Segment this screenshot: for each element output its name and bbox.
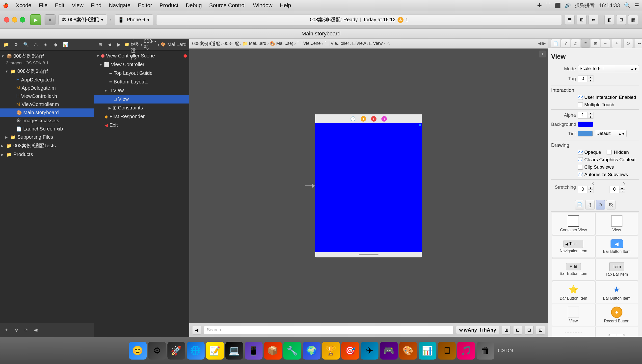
outline-grid-btn[interactable]: ⊞	[96, 41, 104, 48]
clears-graphics-checkbox[interactable]: ✓	[578, 157, 583, 162]
editor-assistant-btn[interactable]: ⊞	[576, 15, 586, 25]
notification-icon[interactable]: ☰	[634, 2, 639, 8]
menu-source-control[interactable]: Source Control	[208, 2, 247, 9]
resizing-btn[interactable]: ↔	[635, 39, 642, 48]
supporting-files-item[interactable]: ▶ 📁 Supporting Files	[0, 133, 94, 141]
exit-outline-item[interactable]: ◀ Exit	[94, 121, 189, 130]
recent-icon-btn[interactable]: ◉	[32, 326, 40, 334]
app6-dock-item[interactable]: 📱	[245, 342, 262, 360]
flexible-space-item[interactable]: Flexible Space	[552, 326, 595, 337]
stretch-x-stepper[interactable]: 0 ▲ ▼	[578, 186, 608, 193]
canvas-back-btn[interactable]: ◀	[192, 326, 201, 334]
crumb-path1[interactable]: 008案例6适配	[192, 40, 220, 46]
canvas-search-field[interactable]: Search	[204, 326, 454, 334]
top-layout-outline-item[interactable]: ━ Top Layout Guide	[94, 69, 189, 78]
crumb-path-warn[interactable]: ⚠	[386, 41, 390, 46]
editor-version-btn[interactable]: ⬅	[588, 15, 598, 25]
app14-dock-item[interactable]: 🎨	[399, 342, 417, 360]
crumb2[interactable]: 008···配	[144, 39, 156, 51]
app11-dock-item[interactable]: 🎯	[341, 342, 359, 360]
debug-area-toggle-btn[interactable]: ⊡	[616, 15, 626, 25]
view-selected-outline-item[interactable]: □ View	[94, 95, 189, 104]
stretch-y-stepper[interactable]: 0 ▲ ▼	[610, 186, 639, 193]
attributes-inspector-tab[interactable]: ≡	[581, 39, 590, 48]
record-btn-item[interactable]: ● Record Button	[596, 304, 638, 326]
object-lib-btn[interactable]: ⊙	[596, 200, 605, 210]
tag-value[interactable]: 0	[578, 75, 588, 82]
alpha-increment-btn[interactable]: ▲	[588, 112, 593, 115]
test-icon-btn[interactable]: ◈	[42, 41, 50, 48]
tab-bar-item-item[interactable]: Item Tab Bar Item	[596, 258, 638, 280]
app-group-item[interactable]: ▼ 📁 008案例6适配	[0, 66, 94, 76]
quick-help-tab[interactable]: ?	[561, 39, 570, 48]
symbol-icon-btn[interactable]: 🔍	[22, 41, 30, 48]
constraints-outline-item[interactable]: ▶ ⊞ Constraints	[94, 104, 189, 112]
outline-fwd-btn[interactable]: ▶	[115, 41, 122, 48]
sy-decrement-btn[interactable]: ▼	[620, 190, 625, 193]
maximize-button[interactable]	[20, 17, 25, 22]
view-controller-outline-item[interactable]: ▼ ⬜ View Controller	[94, 60, 189, 69]
canvas-zoom-btn[interactable]: ⊡	[524, 326, 534, 334]
hidden-checkbox[interactable]	[606, 150, 612, 155]
crumb-path7[interactable]: □ View	[353, 41, 366, 46]
search-icon[interactable]: 🔍	[624, 2, 630, 9]
scene-close-btn[interactable]	[184, 54, 187, 58]
device-selector[interactable]: 📱 iPhone 6 ▼	[115, 14, 153, 25]
crumb4[interactable]: Mai...ard	[167, 42, 186, 47]
minimize-button[interactable]	[12, 17, 17, 22]
menu-file[interactable]: File	[37, 2, 49, 9]
app10-dock-item[interactable]: 🏆	[322, 342, 340, 360]
csdn-label[interactable]: CSDN	[498, 348, 513, 354]
viewcontroller-h-item[interactable]: H ViewController.h	[0, 92, 94, 100]
stretch-x-value[interactable]: 0	[578, 186, 588, 193]
code-snippet-lib-btn[interactable]: {}	[585, 200, 595, 210]
tag-decrement-btn[interactable]: ▼	[588, 79, 593, 82]
app17-dock-item[interactable]: 🎵	[457, 342, 475, 360]
media-lib-btn[interactable]: 🖼	[606, 200, 616, 210]
multiple-touch-checkbox[interactable]	[578, 102, 583, 107]
report-icon-btn[interactable]: 📊	[62, 41, 69, 48]
breakpoint-icon-btn[interactable]: ◆	[52, 41, 60, 48]
crumb-path4[interactable]: 🎨 Mai...se)	[270, 41, 293, 46]
crumb-path3[interactable]: 📁 Mai...ard	[242, 41, 266, 46]
app9-dock-item[interactable]: 🌍	[303, 342, 320, 360]
app8-dock-item[interactable]: 🔧	[283, 342, 301, 360]
menu-editor[interactable]: Editor	[136, 2, 154, 9]
products-group-item[interactable]: ▶ 📁 Products	[0, 150, 94, 158]
user-interaction-checkbox[interactable]: ✓	[578, 95, 583, 100]
edit-bar-btn-item[interactable]: Edit Bar Button Item	[552, 258, 595, 280]
notes-dock-item[interactable]: 📝	[206, 342, 224, 360]
canvas-grid-btn[interactable]: ⊞	[502, 326, 511, 334]
plus-icon[interactable]: ✚	[537, 2, 542, 9]
menu-xcode[interactable]: Xcode	[14, 2, 33, 9]
menu-find[interactable]: Find	[90, 2, 103, 9]
stop-button[interactable]: ■	[44, 14, 56, 25]
folder-icon-btn[interactable]: 📁	[2, 41, 10, 48]
app16-dock-item[interactable]: 🖥	[438, 342, 456, 360]
tint-select[interactable]: Default ▲▼	[595, 130, 627, 137]
scheme-selector[interactable]: 🛠 008案例6适配 ▼	[58, 14, 107, 25]
menu-edit[interactable]: Edit	[54, 2, 66, 9]
stretch-y-value[interactable]: 0	[610, 186, 620, 193]
inspector-toggle-btn[interactable]: ▨	[628, 15, 638, 25]
menu-product[interactable]: Product	[158, 2, 180, 9]
crumb3[interactable]: 🎨	[161, 42, 166, 47]
main-storyboard-item[interactable]: 🎨 Main.storyboard	[0, 108, 94, 117]
editor-standard-btn[interactable]: ☰	[565, 15, 575, 25]
tint-color-swatch[interactable]	[578, 131, 593, 136]
menu-navigate[interactable]: Navigate	[108, 2, 132, 9]
history-icon-btn[interactable]: ⟳	[22, 326, 30, 334]
launchscreen-xib-item[interactable]: 📄 LaunchScreen.xib	[0, 125, 94, 133]
airplay-icon[interactable]: ⬛	[554, 2, 561, 8]
add-file-button[interactable]: +	[2, 326, 10, 334]
crumb-path6[interactable]: ⬜ Vie...oller	[324, 41, 349, 46]
file-template-lib-btn[interactable]: 📄	[575, 200, 584, 210]
bar-back-btn-item[interactable]: ◀ Bar Button Item	[596, 236, 638, 258]
canvas-plus-btn[interactable]: +	[539, 50, 546, 58]
star-bar-btn-item[interactable]: ⭐ Bar Button Item	[552, 281, 595, 303]
menu-view[interactable]: View	[70, 2, 85, 9]
canvas-options-btn[interactable]: ⊡	[536, 326, 545, 334]
clip-subviews-checkbox[interactable]	[578, 165, 583, 170]
connections-inspector-tab[interactable]: →	[601, 39, 610, 48]
filter-icon-btn[interactable]: ⊙	[12, 326, 20, 334]
